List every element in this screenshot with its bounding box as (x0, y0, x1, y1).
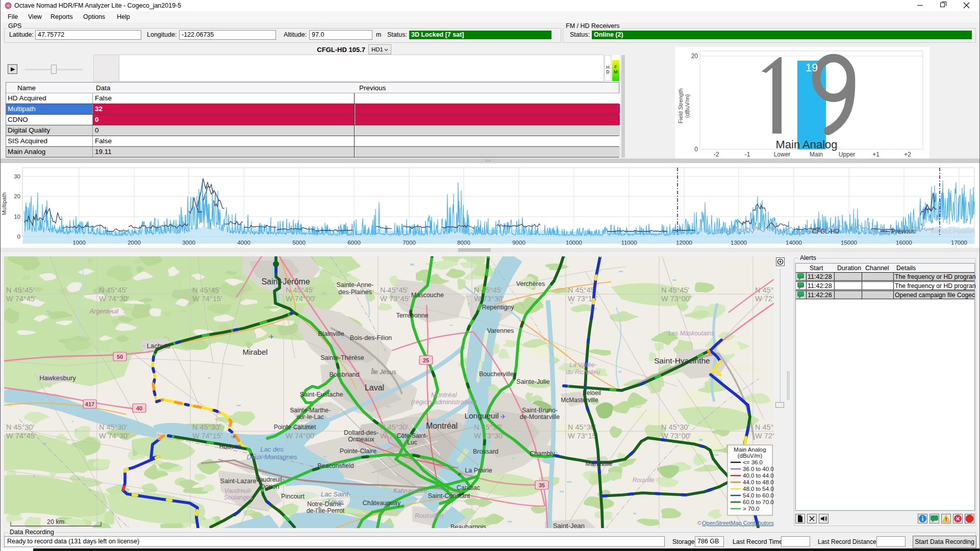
svg-text:8000: 8000 (457, 240, 470, 246)
svg-text:25: 25 (423, 357, 429, 363)
svg-text:7000: 7000 (403, 240, 416, 246)
svg-text:Marieville: Marieville (586, 460, 613, 467)
svg-text:417: 417 (85, 401, 94, 407)
svg-text:Main Analog: Main Analog (775, 138, 837, 151)
svg-text:30: 30 (14, 173, 20, 179)
svg-text:Soulanges: Soulanges (224, 494, 253, 501)
svg-text:Sainte-Julie: Sainte-Julie (516, 378, 549, 385)
svg-text:La Prairie: La Prairie (465, 467, 492, 474)
svg-text:N 45°30': N 45°30' (755, 423, 774, 431)
svg-text:11000: 11000 (621, 240, 637, 246)
svg-text:Terrebonne: Terrebonne (396, 312, 428, 319)
svg-text:Previous: Previous (891, 228, 915, 235)
svg-text:Verchères: Verchères (516, 280, 545, 287)
svg-text:de-Montarville: de-Montarville (520, 413, 560, 421)
svg-text:Vaudreuil-: Vaudreuil- (224, 487, 252, 494)
svg-text:48.0 to 54.0: 48.0 to 54.0 (743, 486, 774, 492)
svg-text:✈: ✈ (500, 413, 506, 421)
svg-text:OpenStreetMap Contributors: OpenStreetMap Contributors (702, 520, 774, 526)
svg-text:Sainte-Anne-: Sainte-Anne- (337, 281, 374, 288)
svg-text:Les Maskoutains: Les Maskoutains (668, 330, 714, 337)
svg-text:40: 40 (136, 405, 142, 411)
svg-text:1000: 1000 (72, 240, 86, 246)
svg-text:Sainte-Thérèse: Sainte-Thérèse (320, 354, 364, 361)
svg-text:W 74°15': W 74°15' (192, 432, 222, 440)
svg-text:W 74°45': W 74°45' (6, 295, 36, 303)
svg-text:> 70.0: > 70.0 (743, 506, 759, 512)
svg-text:Deux-Montagnes: Deux-Montagnes (247, 453, 297, 461)
svg-text:N 45°30': N 45°30' (6, 423, 35, 431)
svg-text:des-Plaines: des-Plaines (338, 288, 371, 296)
svg-text:W 74°00': W 74°00' (286, 432, 316, 440)
svg-text:+1: +1 (872, 151, 880, 158)
svg-text:3000: 3000 (182, 240, 195, 246)
svg-text:Brossard: Brossard (473, 448, 498, 455)
svg-text:20 km: 20 km (47, 518, 64, 526)
svg-text:Côte-Saint-: Côte-Saint- (397, 432, 428, 439)
svg-text:W 74°45': W 74°45' (6, 432, 36, 440)
svg-text:Without Position: Without Position (931, 228, 975, 235)
svg-text:Varennes: Varennes (487, 327, 514, 334)
svg-text:44.0 to 48.0: 44.0 to 48.0 (743, 479, 774, 485)
svg-text:17000: 17000 (951, 240, 967, 246)
svg-text:13000: 13000 (731, 240, 747, 246)
svg-text:Ormeaux: Ormeaux (348, 436, 374, 443)
svg-text:Lachute: Lachute (147, 342, 170, 350)
svg-text:Pointe-Calumet: Pointe-Calumet (274, 424, 316, 431)
svg-text:Saint-Jean: Saint-Jean (553, 522, 585, 528)
svg-text:Pincourt: Pincourt (281, 493, 305, 500)
svg-text:W 74°15': W 74°15' (192, 295, 222, 303)
svg-text:Field Strength: Field Strength (677, 89, 684, 123)
svg-text:20: 20 (691, 53, 698, 60)
svg-text:Repentigny: Repentigny (482, 304, 514, 311)
svg-text:Saint-Hyacinthe: Saint-Hyacinthe (654, 356, 710, 365)
svg-text:12000: 12000 (676, 240, 692, 246)
svg-text:5000: 5000 (292, 240, 306, 246)
svg-text:-1: -1 (745, 151, 750, 158)
svg-text:Mirabel: Mirabel (242, 348, 267, 356)
svg-text:La Vallée-: La Vallée- (569, 361, 597, 369)
svg-text:60.0 to 70.0: 60.0 to 70.0 (743, 499, 774, 505)
svg-text:N 45°30': N 45°30' (661, 423, 690, 431)
svg-text:W 73°15': W 73°15' (568, 432, 598, 440)
svg-text:de-l'Île-Perrot: de-l'Île-Perrot (307, 507, 345, 514)
svg-text:Candiac: Candiac (457, 484, 480, 491)
svg-text:Mascouche: Mascouche (411, 292, 444, 299)
svg-text:Roussillon: Roussillon (415, 512, 443, 519)
svg-text:Chambly: Chambly (530, 450, 555, 457)
svg-text:2000: 2000 (128, 240, 141, 246)
svg-text:Pointe-Claire: Pointe-Claire (340, 448, 376, 455)
svg-text:Saint-Jérôme: Saint-Jérôme (261, 277, 310, 286)
svg-text:(région administrative): (région administrative) (411, 398, 477, 406)
svg-text:0: 0 (694, 146, 698, 153)
svg-text:Main Analog: Main Analog (734, 447, 766, 453)
svg-text:Kahnawá:ke: Kahnawá:ke (393, 487, 427, 494)
svg-text:CFGL-HD: CFGL-HD (812, 228, 840, 235)
svg-text:9000: 9000 (512, 240, 525, 246)
svg-text:50: 50 (117, 354, 123, 360)
svg-text:N 45°30': N 45°30' (99, 423, 128, 431)
svg-text:W 72°45': W 72°45' (755, 295, 774, 303)
svg-text:Lower: Lower (774, 151, 791, 158)
svg-text:©: © (697, 520, 701, 526)
svg-text:16000: 16000 (896, 240, 912, 246)
svg-text:sur-le-Lac: sur-le-Lac (296, 413, 323, 421)
svg-text:N 45°45': N 45°45' (99, 286, 128, 294)
svg-text:10: 10 (14, 214, 20, 220)
svg-text:Boisbriand: Boisbriand (329, 371, 359, 378)
svg-text:4000: 4000 (237, 240, 250, 246)
svg-text:19: 19 (806, 61, 818, 74)
svg-text:Longueuil: Longueuil (464, 411, 498, 420)
svg-text:(dBuV/m): (dBuV/m) (738, 453, 763, 459)
svg-text:Dorion: Dorion (261, 483, 280, 490)
svg-text:Saint-Lazare: Saint-Lazare (220, 478, 257, 485)
svg-text:W 74°30': W 74°30' (99, 432, 129, 440)
svg-text:N 45°45': N 45°45' (6, 286, 35, 294)
svg-text:10000: 10000 (566, 240, 582, 246)
svg-text:Argenteuil: Argenteuil (89, 308, 119, 315)
svg-text:Île Jésus: Île Jésus (371, 368, 396, 376)
svg-text:Lac Saint-: Lac Saint- (321, 490, 351, 498)
svg-text:-2: -2 (714, 151, 719, 158)
svg-text:Beauharnois: Beauharnois (450, 523, 486, 528)
svg-text:N 45°45': N 45°45' (661, 286, 690, 294)
